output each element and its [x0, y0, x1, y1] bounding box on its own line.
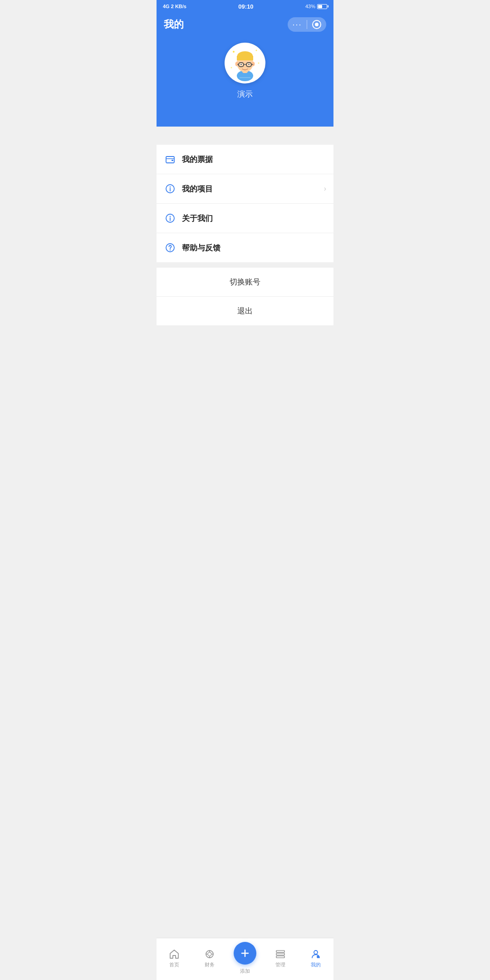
svg-point-31: [170, 216, 171, 217]
svg-point-28: [170, 186, 171, 187]
svg-point-3: [256, 50, 257, 51]
menu-item-tickets[interactable]: 我的票据: [157, 145, 333, 174]
header-actions: ···: [288, 17, 326, 32]
svg-point-21: [248, 64, 250, 65]
svg-point-12: [252, 62, 255, 66]
status-signal: 4G 2 KB/s: [163, 4, 186, 9]
status-right: 43%: [305, 4, 327, 9]
hero-section: 演示: [157, 32, 333, 127]
battery-icon: [317, 4, 327, 9]
svg-rect-23: [166, 157, 174, 163]
avatar[interactable]: [225, 43, 265, 83]
menu-label-projects: 我的项目: [182, 184, 324, 194]
svg-point-33: [170, 250, 171, 250]
status-bar: 4G 2 KB/s 09:10 43%: [157, 0, 333, 13]
battery-fill: [318, 5, 322, 8]
menu-label-about: 关于我们: [182, 213, 326, 224]
svg-rect-10: [237, 56, 253, 60]
svg-point-2: [233, 51, 235, 53]
info-icon-projects: [164, 182, 176, 195]
logout-button[interactable]: 退出: [157, 297, 333, 325]
menu-item-projects[interactable]: 我的项目 ›: [157, 174, 333, 204]
action-section: 切换账号 退出: [157, 268, 333, 325]
avatar-img: [227, 45, 263, 81]
more-options-button[interactable]: ···: [292, 20, 302, 29]
svg-point-1: [315, 23, 318, 26]
scan-icon: [312, 20, 322, 29]
svg-rect-25: [172, 160, 173, 161]
page-title: 我的: [164, 18, 184, 31]
status-battery-text: 43%: [305, 4, 315, 9]
header: 我的 ···: [157, 13, 333, 32]
svg-point-5: [231, 67, 232, 69]
menu-item-help[interactable]: 帮助与反馈: [157, 233, 333, 262]
status-time: 09:10: [238, 3, 253, 10]
menu-label-help: 帮助与反馈: [182, 243, 326, 253]
svg-point-4: [258, 63, 260, 64]
svg-rect-24: [166, 158, 174, 159]
battery-body: [317, 4, 327, 9]
wallet-icon: [164, 153, 176, 166]
scan-button[interactable]: [312, 20, 322, 29]
wave-divider: [157, 127, 333, 145]
info-icon-about: [164, 212, 176, 225]
menu-item-about[interactable]: 关于我们: [157, 204, 333, 233]
menu-label-tickets: 我的票据: [182, 154, 326, 165]
username: 演示: [237, 89, 253, 99]
chevron-right-icon: ›: [324, 185, 326, 193]
svg-point-20: [240, 64, 242, 65]
switch-account-button[interactable]: 切换账号: [157, 268, 333, 297]
svg-point-11: [235, 62, 239, 66]
header-divider: [307, 20, 308, 29]
empty-space: [157, 325, 333, 416]
menu-section: 我的票据 我的项目 › 关于我们: [157, 145, 333, 262]
help-icon: [164, 241, 176, 254]
